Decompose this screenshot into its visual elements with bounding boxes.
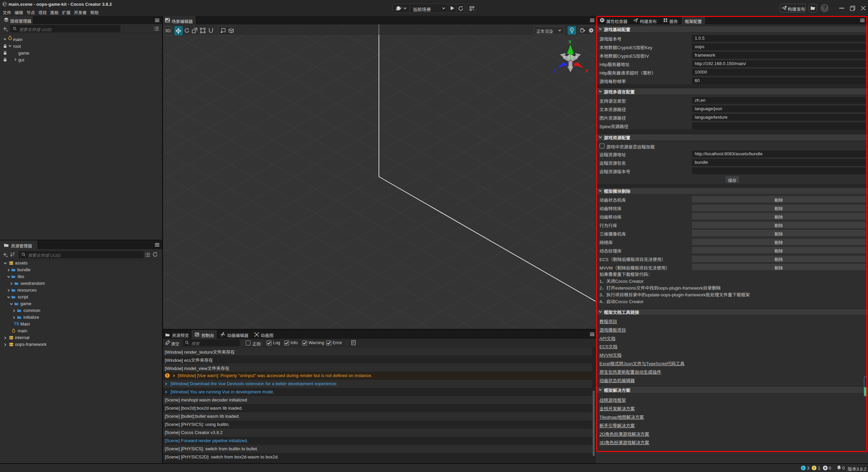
svg-text:X: X [585, 68, 588, 74]
svg-text:Z: Z [553, 68, 556, 74]
svg-text:Y: Y [568, 39, 572, 45]
